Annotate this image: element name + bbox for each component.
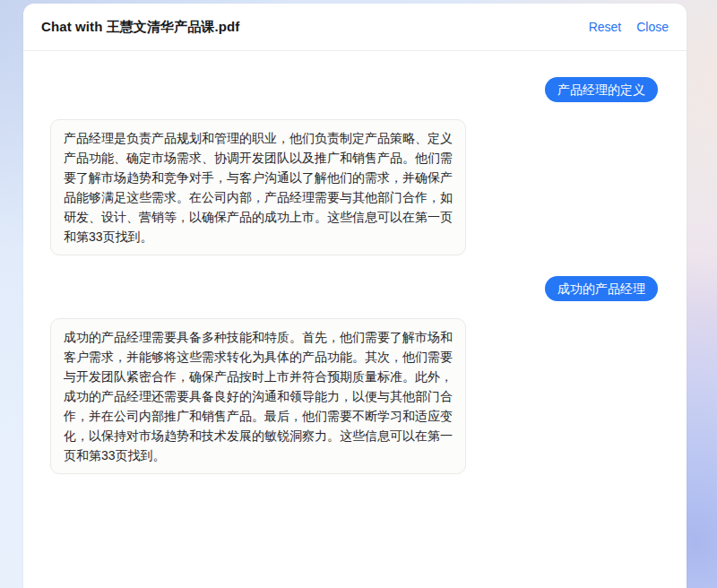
chat-message-assistant: 产品经理是负责产品规划和管理的职业，他们负责制定产品策略、定义产品功能、确定市场… bbox=[50, 119, 466, 255]
chat-messages: 产品经理的定义产品经理是负责产品规划和管理的职业，他们负责制定产品策略、定义产品… bbox=[23, 51, 687, 495]
chat-panel: Chat with 王慧文清华产品课.pdf Reset Close 产品经理的… bbox=[23, 4, 687, 588]
chat-message-user: 成功的产品经理 bbox=[545, 276, 658, 301]
reset-button[interactable]: Reset bbox=[589, 20, 622, 34]
chat-message-assistant: 成功的产品经理需要具备多种技能和特质。首先，他们需要了解市场和客户需求，并能够将… bbox=[50, 318, 466, 474]
chat-message-user: 产品经理的定义 bbox=[545, 77, 658, 102]
dialog-header: Chat with 王慧文清华产品课.pdf Reset Close bbox=[23, 4, 687, 51]
page-background: { "header": { "title": "Chat with 王慧文清华产… bbox=[0, 0, 717, 588]
close-button[interactable]: Close bbox=[636, 20, 669, 34]
dialog-title: Chat with 王慧文清华产品课.pdf bbox=[41, 19, 239, 36]
header-actions: Reset Close bbox=[574, 20, 669, 34]
